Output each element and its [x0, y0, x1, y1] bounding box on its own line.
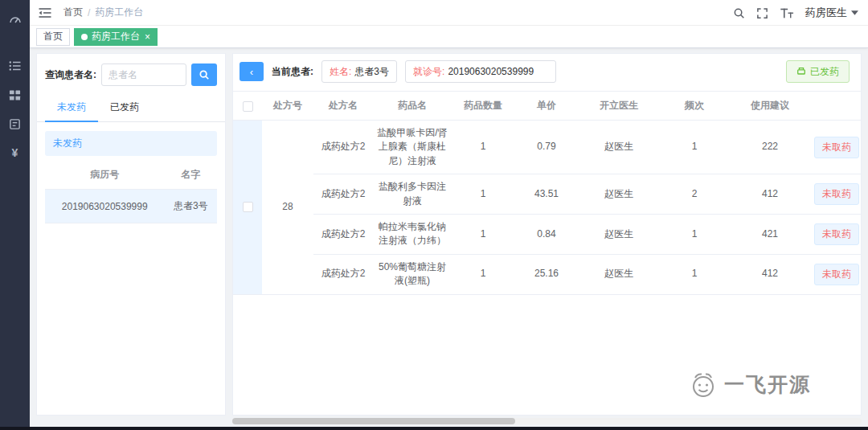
advice-cell: 412 — [730, 254, 810, 294]
select-all-checkbox[interactable] — [243, 101, 253, 112]
workbench-icon[interactable] — [0, 54, 30, 78]
table-row[interactable]: 成药处方2 帕拉米韦氯化钠注射液（力纬） 1 0.84 赵医生 1 421 未取… — [233, 214, 861, 254]
name-value: 患者3号 — [354, 65, 389, 79]
unit-price-cell: 0.84 — [514, 214, 579, 254]
advice-cell: 412 — [730, 174, 810, 215]
watermark-text: 一飞开源 — [724, 371, 811, 398]
dispense-button[interactable]: 已发药 — [786, 60, 850, 83]
drug-qty-cell: 1 — [452, 174, 514, 215]
dispense-status-tabs: 未发药 已发药 — [37, 94, 225, 122]
frequency-cell: 1 — [659, 254, 730, 294]
drug-name-cell: 盐酸甲哌卡因/肾上腺素（斯康杜尼）注射液 — [373, 121, 452, 174]
rx-name-cell: 成药处方2 — [313, 121, 373, 174]
drug-qty-cell: 1 — [452, 214, 514, 254]
patient-search-button[interactable] — [191, 63, 217, 86]
not-taken-button[interactable]: 未取药 — [814, 264, 859, 285]
current-patient-bar: ‹ 当前患者: 姓名: 患者3号 就诊号: 2019063020539999 — [233, 54, 861, 88]
unit-price-cell: 0.79 — [514, 121, 579, 174]
tags-bar: 首页 药房工作台 × — [30, 26, 868, 48]
unit-price-cell: 43.51 — [514, 174, 579, 215]
row-select-cell — [233, 121, 262, 295]
advice-cell: 421 — [730, 214, 810, 254]
user-dropdown[interactable]: 药房医生 — [805, 6, 858, 20]
dispense-button-label: 已发药 — [810, 65, 839, 79]
undispensed-banner: 未发药 — [45, 131, 217, 156]
patient-name-box: 姓名: 患者3号 — [321, 60, 397, 83]
horizontal-scrollbar — [232, 418, 862, 424]
tag-home[interactable]: 首页 — [36, 28, 70, 46]
rx-name-cell: 成药处方2 — [313, 214, 373, 254]
money-icon[interactable]: ¥ — [0, 141, 30, 165]
visit-no-box: 就诊号: 2019063020539999 — [405, 60, 556, 83]
watermark-logo-icon — [687, 370, 719, 399]
magnifier-icon — [199, 69, 210, 80]
doctor-header: 开立医生 — [579, 92, 659, 121]
action-cell: 未取药 — [810, 121, 861, 174]
fullscreen-icon[interactable] — [756, 6, 768, 19]
user-name: 药房医生 — [805, 6, 847, 20]
doctor-cell: 赵医生 — [579, 214, 659, 254]
not-taken-button[interactable]: 未取药 — [814, 223, 859, 245]
active-tag-dot — [81, 34, 88, 40]
select-all-header — [233, 92, 262, 121]
search-icon[interactable] — [733, 6, 745, 19]
drug-qty-header: 药品数量 — [452, 92, 514, 121]
doctor-cell: 赵医生 — [579, 121, 659, 174]
frequency-cell: 1 — [659, 121, 730, 174]
advice-cell: 222 — [730, 121, 810, 174]
app-window: ¥ 首页 / 药房工作台 — [0, 0, 868, 430]
unit-price-header: 单价 — [514, 92, 579, 121]
drug-name-cell: 盐酸利多卡因注射液 — [373, 174, 452, 215]
patient-table-header-row: 病历号 名字 — [45, 161, 217, 190]
top-navbar: 首页 / 药房工作台 药房医生 — [30, 0, 868, 26]
drug-qty-cell: 1 — [452, 254, 514, 294]
navbar-actions: 药房医生 — [733, 6, 858, 20]
table-row[interactable]: 28 成药处方2 盐酸甲哌卡因/肾上腺素（斯康杜尼）注射液 1 0.79 赵医生… — [233, 121, 861, 174]
patient-list-item[interactable]: 2019063020539999 患者3号 — [45, 190, 217, 223]
current-patient-label: 当前患者: — [272, 65, 313, 79]
patient-name-input[interactable] — [101, 63, 186, 86]
breadcrumb-current: 药房工作台 — [95, 6, 143, 19]
tag-pharmacy-workbench[interactable]: 药房工作台 × — [74, 28, 158, 46]
not-taken-button[interactable]: 未取药 — [814, 183, 859, 205]
visit-value: 2019063020539999 — [448, 66, 534, 77]
prescription-table-header-row: 处方号 处方名 药品名 药品数量 单价 开立医生 频次 使用建议 — [233, 92, 861, 121]
action-cell: 未取药 — [810, 214, 861, 254]
tab-undispensed[interactable]: 未发药 — [45, 94, 98, 122]
table-row[interactable]: 成药处方2 50%葡萄糖注射液(塑瓶) 1 25.16 赵医生 1 412 未取… — [233, 254, 861, 294]
table-row[interactable]: 成药处方2 盐酸利多卡因注射液 1 43.51 赵医生 2 412 未取药 — [233, 174, 861, 215]
tag-close-icon[interactable]: × — [145, 32, 150, 42]
font-size-icon[interactable] — [780, 6, 794, 19]
dashboard-icon[interactable] — [0, 7, 30, 31]
collapse-left-button[interactable]: ‹ — [240, 62, 264, 81]
name-label: 姓名: — [330, 65, 351, 79]
row-checkbox[interactable] — [243, 202, 253, 212]
rx-no-header: 处方号 — [262, 92, 313, 121]
grid-icon[interactable] — [0, 83, 30, 107]
drug-name-cell: 帕拉米韦氯化钠注射液（力纬） — [373, 214, 452, 254]
watermark: 一飞开源 — [687, 370, 811, 399]
sidebar-toggle-icon[interactable] — [36, 3, 59, 22]
rx-name-header: 处方名 — [313, 92, 373, 121]
patient-list-table: 病历号 名字 2019063020539999 患者3号 — [45, 161, 217, 223]
action-cell: 未取药 — [810, 254, 861, 294]
content-area: 查询患者名: 未发药 已发药 未发药 病历号 名字 — [30, 48, 868, 430]
patient-search-row: 查询患者名: — [37, 54, 225, 94]
unit-price-cell: 25.16 — [514, 254, 579, 294]
breadcrumb-home[interactable]: 首页 — [63, 6, 83, 19]
not-taken-button[interactable]: 未取药 — [814, 137, 859, 158]
advice-header: 使用建议 — [730, 92, 810, 121]
chevron-down-icon — [851, 10, 858, 15]
drug-name-cell: 50%葡萄糖注射液(塑瓶) — [373, 254, 452, 294]
form-icon[interactable] — [0, 112, 30, 136]
action-header — [810, 92, 861, 121]
tag-active-label: 药房工作台 — [92, 30, 140, 43]
tab-dispensed[interactable]: 已发药 — [98, 94, 151, 121]
rx-name-cell: 成药处方2 — [313, 254, 373, 294]
window-bottom-edge — [0, 427, 868, 430]
frequency-cell: 2 — [659, 174, 730, 215]
prescription-panel: ‹ 当前患者: 姓名: 患者3号 就诊号: 2019063020539999 — [232, 53, 862, 416]
horizontal-scrollbar-thumb[interactable] — [232, 418, 515, 424]
breadcrumb: 首页 / 药房工作台 — [63, 6, 143, 19]
dispense-icon — [796, 67, 806, 76]
